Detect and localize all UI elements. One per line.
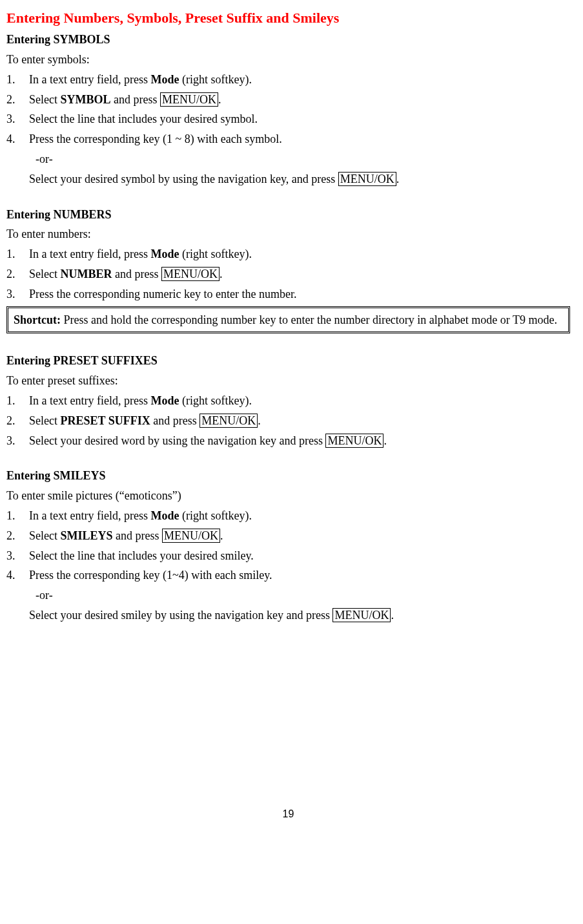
step-text-pre: Select [29, 268, 60, 280]
symbols-alt: Select your desired symbol by using the … [29, 170, 570, 189]
step-text: Press the corresponding numeric key to e… [29, 288, 296, 300]
step-text-mid: and press [150, 414, 199, 427]
step-number: 3. [6, 110, 29, 129]
step-text-pre: In a text entry field, press [29, 73, 150, 86]
step-text-mid: and press [111, 93, 160, 106]
preset-step-2: 2.Select PRESET SUFFIX and press MENU/OK… [6, 412, 570, 430]
step-text-post: . [384, 434, 387, 447]
step-number: 4. [6, 566, 29, 585]
step-text-post: . [220, 268, 223, 280]
step-text-pre: In a text entry field, press [29, 247, 150, 260]
symbols-heading: Entering SYMBOLS [6, 30, 570, 49]
step-text-mid: and press [112, 268, 161, 280]
step-text-post: (right softkey). [179, 73, 251, 86]
step-text-pre: Select [29, 529, 60, 542]
menu-ok-key: MENU/OK [332, 608, 391, 622]
step-text-post: . [218, 93, 221, 106]
shortcut-box: Shortcut: Press and hold the correspondi… [6, 306, 570, 334]
step-number: 1. [6, 245, 29, 264]
step-number: 3. [6, 285, 29, 304]
symbols-or: -or- [36, 150, 570, 169]
step-text: Select the line that includes your desir… [29, 549, 254, 562]
preset-step-3: 3.Select your desired word by using the … [6, 432, 570, 450]
symbols-intro: To enter symbols: [6, 50, 570, 69]
step-text-bold: SYMBOL [60, 93, 110, 106]
step-text-bold: Mode [150, 394, 179, 407]
step-text: Press the corresponding key (1 ~ 8) with… [29, 132, 282, 145]
alt-text-pre: Select your desired smiley by using the … [29, 609, 332, 622]
numbers-step-3: 3.Press the corresponding numeric key to… [6, 285, 570, 304]
step-text-pre: Select [29, 414, 60, 427]
step-text-pre: Select [29, 93, 60, 106]
menu-ok-key: MENU/OK [160, 92, 218, 107]
step-text-pre: In a text entry field, press [29, 509, 150, 522]
step-number: 2. [6, 527, 29, 545]
step-text-mid: and press [113, 529, 162, 542]
smileys-alt: Select your desired smiley by using the … [29, 606, 570, 625]
symbols-step-3: 3.Select the line that includes your des… [6, 110, 570, 129]
shortcut-label: Shortcut: [14, 313, 61, 326]
step-number: 3. [6, 547, 29, 565]
symbols-step-4: 4.Press the corresponding key (1 ~ 8) wi… [6, 130, 570, 149]
step-number: 4. [6, 130, 29, 149]
step-text: Press the corresponding key (1~4) with e… [29, 569, 272, 582]
numbers-step-1: 1.In a text entry field, press Mode (rig… [6, 245, 570, 264]
step-number: 2. [6, 265, 29, 284]
step-text-bold: Mode [150, 73, 179, 86]
step-text-post: (right softkey). [179, 509, 251, 522]
step-text-post: (right softkey). [179, 394, 251, 407]
preset-step-1: 1.In a text entry field, press Mode (rig… [6, 392, 570, 410]
alt-text-post: . [391, 609, 394, 622]
step-text-bold: Mode [150, 509, 179, 522]
step-text-bold: SMILEYS [60, 529, 112, 542]
step-number: 3. [6, 432, 29, 450]
symbols-step-2: 2.Select SYMBOL and press MENU/OK. [6, 90, 570, 109]
preset-heading: Entering PRESET SUFFIXES [6, 352, 570, 370]
main-title: Entering Numbers, Symbols, Preset Suffix… [6, 6, 570, 29]
step-text-pre: In a text entry field, press [29, 394, 150, 407]
menu-ok-key: MENU/OK [162, 529, 220, 543]
step-text-post: . [220, 529, 223, 542]
shortcut-text: Press and hold the corresponding number … [61, 313, 557, 326]
smileys-step-4: 4.Press the corresponding key (1~4) with… [6, 566, 570, 585]
numbers-intro: To enter numbers: [6, 225, 570, 244]
smileys-step-2: 2.Select SMILEYS and press MENU/OK. [6, 527, 570, 545]
step-text-post: . [258, 414, 261, 427]
numbers-heading: Entering NUMBERS [6, 205, 570, 224]
page-number: 19 [6, 806, 570, 823]
menu-ok-key: MENU/OK [338, 172, 396, 186]
step-number: 2. [6, 412, 29, 430]
step-text-bold: NUMBER [60, 268, 112, 280]
step-number: 2. [6, 90, 29, 109]
alt-text-post: . [396, 173, 400, 185]
preset-intro: To enter preset suffixes: [6, 372, 570, 390]
step-text-pre: Select your desired word by using the na… [29, 434, 325, 447]
step-text-post: (right softkey). [179, 247, 251, 260]
step-number: 1. [6, 507, 29, 525]
menu-ok-key: MENU/OK [325, 434, 384, 448]
smileys-step-3: 3.Select the line that includes your des… [6, 547, 570, 565]
smileys-or: -or- [36, 586, 570, 605]
alt-text-pre: Select your desired symbol by using the … [29, 173, 338, 185]
step-text-bold: PRESET SUFFIX [60, 414, 150, 427]
menu-ok-key: MENU/OK [161, 267, 220, 281]
numbers-step-2: 2.Select NUMBER and press MENU/OK. [6, 265, 570, 284]
smileys-heading: Entering SMILEYS [6, 467, 570, 485]
step-text-bold: Mode [150, 247, 179, 260]
symbols-step-1: 1.In a text entry field, press Mode (rig… [6, 70, 570, 89]
step-number: 1. [6, 70, 29, 89]
smileys-intro: To enter smile pictures (“emoticons”) [6, 487, 570, 505]
step-text: Select the line that includes your desir… [29, 112, 258, 125]
menu-ok-key: MENU/OK [199, 414, 258, 428]
smileys-step-1: 1.In a text entry field, press Mode (rig… [6, 507, 570, 525]
step-number: 1. [6, 392, 29, 410]
